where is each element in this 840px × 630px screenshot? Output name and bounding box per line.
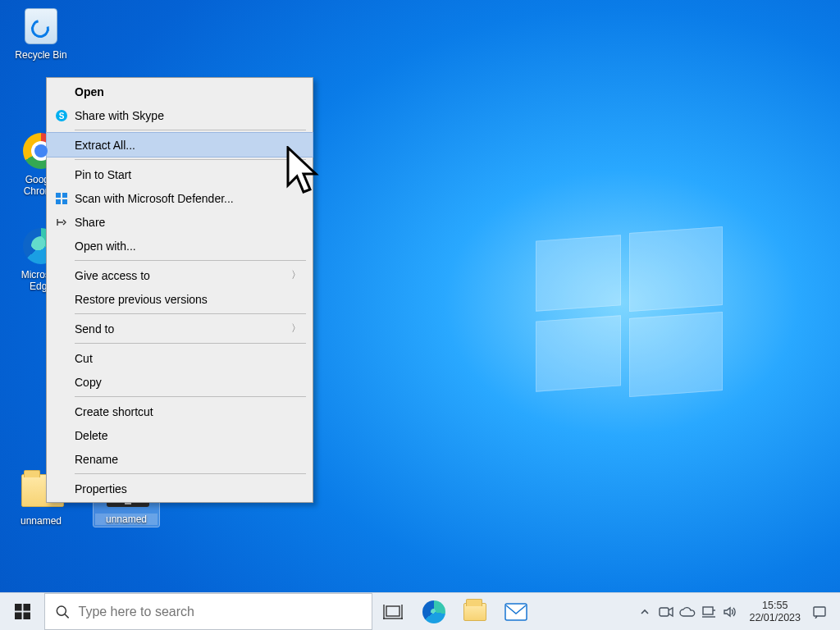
svg-rect-2 bbox=[56, 193, 61, 198]
tray-chevron-up-icon[interactable] bbox=[634, 607, 655, 617]
search-icon bbox=[55, 604, 70, 620]
chevron-right-icon: 〉 bbox=[291, 268, 301, 282]
svg-rect-8 bbox=[15, 612, 22, 619]
taskbar-app-edge[interactable] bbox=[413, 593, 454, 630]
taskbar-app-mail[interactable] bbox=[495, 593, 536, 630]
svg-rect-9 bbox=[23, 612, 30, 619]
svg-rect-4 bbox=[56, 199, 61, 204]
menu-item-send-to[interactable]: Send to〉 bbox=[47, 317, 313, 340]
tray-onedrive-icon[interactable] bbox=[677, 606, 698, 617]
svg-rect-12 bbox=[386, 606, 399, 616]
task-view-icon bbox=[383, 604, 403, 620]
share-icon bbox=[53, 214, 70, 231]
menu-item-scan-defender[interactable]: Scan with Microsoft Defender... bbox=[47, 186, 313, 210]
tray-network-icon[interactable] bbox=[698, 605, 719, 619]
menu-item-properties[interactable]: Properties bbox=[47, 477, 313, 500]
menu-item-share-skype[interactable]: S Share with Skype bbox=[47, 103, 313, 127]
tray-notifications-icon[interactable] bbox=[809, 605, 830, 619]
search-input[interactable] bbox=[78, 605, 362, 619]
taskbar-app-explorer[interactable] bbox=[454, 593, 495, 630]
menu-item-open[interactable]: Open bbox=[47, 80, 313, 103]
mail-icon bbox=[504, 603, 527, 621]
menu-item-open-with[interactable]: Open with... bbox=[47, 234, 313, 258]
skype-icon: S bbox=[53, 107, 70, 124]
chevron-right-icon: 〉 bbox=[291, 322, 301, 336]
start-button[interactable] bbox=[0, 593, 44, 630]
search-box[interactable] bbox=[44, 593, 372, 630]
desktop[interactable]: Recycle Bin Google Chrome Microsoft Edge… bbox=[0, 0, 840, 630]
svg-rect-21 bbox=[814, 607, 825, 616]
menu-item-delete[interactable]: Delete bbox=[47, 423, 313, 447]
svg-text:S: S bbox=[59, 112, 65, 121]
menu-item-give-access-to[interactable]: Give access to〉 bbox=[47, 263, 313, 287]
menu-item-copy[interactable]: Copy bbox=[47, 370, 313, 394]
system-tray: 15:55 22/01/2023 bbox=[631, 593, 840, 630]
menu-item-extract-all[interactable]: Extract All... bbox=[47, 133, 313, 157]
svg-line-11 bbox=[65, 614, 69, 618]
svg-rect-3 bbox=[62, 193, 67, 198]
defender-icon bbox=[53, 190, 70, 207]
icon-label: unnamed bbox=[8, 515, 74, 527]
windows-icon bbox=[15, 604, 30, 619]
svg-rect-7 bbox=[23, 604, 30, 611]
windows-logo-wallpaper bbox=[536, 230, 723, 394]
desktop-icon-recycle-bin[interactable]: Recycle Bin bbox=[8, 7, 74, 61]
svg-rect-17 bbox=[660, 608, 669, 616]
icon-label: unnamed bbox=[95, 514, 158, 525]
task-view-button[interactable] bbox=[372, 593, 413, 630]
menu-item-cut[interactable]: Cut bbox=[47, 346, 313, 370]
clock-date: 22/01/2023 bbox=[749, 612, 801, 624]
menu-item-share[interactable]: Share bbox=[47, 210, 313, 234]
menu-item-pin-to-start[interactable]: Pin to Start bbox=[47, 162, 313, 186]
svg-rect-6 bbox=[15, 604, 22, 611]
tray-volume-icon[interactable] bbox=[719, 605, 741, 619]
tray-meet-now-icon[interactable] bbox=[655, 606, 677, 618]
menu-item-restore-previous-versions[interactable]: Restore previous versions bbox=[47, 287, 313, 311]
svg-point-10 bbox=[57, 606, 66, 615]
svg-rect-16 bbox=[505, 604, 527, 620]
taskbar: 15:55 22/01/2023 bbox=[0, 592, 840, 630]
menu-item-rename[interactable]: Rename bbox=[47, 447, 313, 471]
clock-time: 15:55 bbox=[749, 600, 801, 612]
menu-item-create-shortcut[interactable]: Create shortcut bbox=[47, 399, 313, 423]
svg-rect-18 bbox=[703, 607, 713, 614]
taskbar-clock[interactable]: 15:55 22/01/2023 bbox=[741, 600, 809, 624]
svg-rect-5 bbox=[62, 199, 67, 204]
icon-label: Recycle Bin bbox=[8, 49, 74, 61]
context-menu: Open S Share with Skype Extract All... P… bbox=[46, 77, 313, 503]
